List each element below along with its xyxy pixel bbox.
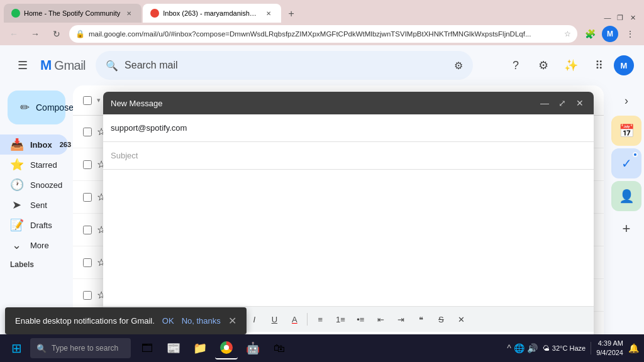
- chevron-up-icon[interactable]: ^: [507, 343, 511, 353]
- notifications-icon[interactable]: 🔔: [628, 343, 639, 353]
- forward-button[interactable]: →: [26, 25, 44, 43]
- add-panel-button[interactable]: +: [611, 214, 641, 244]
- compose-to-field[interactable]: support@spotify.com: [103, 114, 594, 142]
- starred-icon: ⭐: [10, 158, 23, 172]
- strikethrough-button[interactable]: S: [432, 310, 450, 328]
- secure-lock-icon: 🔒: [75, 30, 85, 38]
- row-checkbox[interactable]: [83, 160, 92, 169]
- italic-button[interactable]: I: [245, 310, 263, 328]
- contacts-panel-button[interactable]: 👤: [611, 181, 641, 211]
- remove-formatting-button[interactable]: ✕: [452, 310, 470, 328]
- sidebar-label-inbox: Inbox: [30, 140, 52, 150]
- row-checkbox[interactable]: [83, 193, 92, 202]
- sidebar-item-sent[interactable]: ➤ Sent: [0, 195, 68, 215]
- back-button[interactable]: ←: [5, 25, 23, 43]
- compose-maximize-button[interactable]: ⤢: [556, 97, 569, 109]
- underline-button[interactable]: U: [265, 310, 283, 328]
- compose-modal-controls: — ⤢ ✕: [538, 97, 586, 109]
- file-explorer-button[interactable]: 📁: [189, 337, 211, 359]
- sidebar-item-starred[interactable]: ⭐ Starred: [0, 155, 68, 175]
- compose-subject-field[interactable]: Subject: [103, 142, 594, 170]
- quote-button[interactable]: ❝: [412, 310, 430, 328]
- refresh-button[interactable]: ↻: [48, 25, 65, 43]
- compose-to-address[interactable]: support@spotify.com: [111, 123, 187, 133]
- calendar-panel-button[interactable]: 📅: [611, 116, 641, 146]
- browser-toolbar-icons: 🧩 M ⋮: [581, 25, 639, 43]
- taskbar-search[interactable]: 🔍 Type here to search: [30, 338, 131, 358]
- store-button[interactable]: 🛍: [268, 337, 291, 359]
- address-bar[interactable]: 🔒 mail.google.com/mail/u/0/#inbox?compos…: [69, 25, 577, 43]
- volume-icon[interactable]: 🔊: [527, 343, 538, 353]
- profile-icon[interactable]: M: [601, 25, 619, 43]
- indent-more-button[interactable]: ⇥: [392, 310, 409, 328]
- indent-less-button[interactable]: ⇤: [372, 310, 389, 328]
- drafts-icon: 📝: [10, 218, 23, 232]
- settings-button[interactable]: ⚙: [531, 53, 556, 78]
- search-input[interactable]: Search mail: [125, 60, 448, 71]
- compose-body[interactable]: [103, 170, 594, 306]
- user-avatar[interactable]: M: [602, 26, 618, 42]
- browser-tab-gmail[interactable]: Inbox (263) - maryamdanish19... ✕: [143, 4, 281, 23]
- weather-widget[interactable]: 🌤 32°C Haze: [543, 344, 586, 352]
- taskbar-search-placeholder: Type here to search: [52, 344, 118, 353]
- start-button[interactable]: ⊞: [5, 337, 28, 359]
- browser-menu-icon[interactable]: ⋮: [621, 25, 639, 43]
- network-icon[interactable]: 🌐: [514, 343, 525, 353]
- taskbar-search-icon: 🔍: [36, 344, 47, 353]
- sidebar-item-drafts[interactable]: 📝 Drafts: [0, 215, 68, 235]
- browser-tab-spotify[interactable]: Home - The Spotify Community ✕: [4, 4, 142, 23]
- sidebar-item-snoozed[interactable]: 🕐 Snoozed: [0, 175, 68, 195]
- maximize-button[interactable]: ❐: [615, 13, 625, 23]
- taskbar: ⊞ 🔍 Type here to search 🗔 📰 📁 🤖 🛍 ^ 🌐 🔊 …: [0, 334, 644, 362]
- notification-close-button[interactable]: ✕: [228, 315, 236, 327]
- minimize-button[interactable]: —: [602, 13, 613, 23]
- widgets-button[interactable]: 📰: [162, 337, 185, 359]
- notification-banner: Enable desktop notifications for Gmail. …: [5, 307, 247, 334]
- help-button[interactable]: ?: [503, 53, 528, 78]
- compose-button-label: Compose: [36, 102, 73, 112]
- new-tab-button[interactable]: +: [282, 5, 300, 23]
- right-panel: › 📅 ✓ 👤 +: [609, 85, 644, 362]
- sidebar-label-snoozed: Snoozed: [30, 180, 62, 190]
- browser-toolbar: ← → ↻ 🔒 mail.google.com/mail/u/0/#inbox?…: [0, 23, 644, 45]
- tab-close-spotify[interactable]: ✕: [124, 8, 134, 18]
- sidebar-item-inbox[interactable]: 📥 Inbox 263: [0, 134, 68, 155]
- chrome-taskbar-icon[interactable]: [215, 337, 238, 359]
- row-checkbox[interactable]: [83, 258, 92, 267]
- select-all-checkbox[interactable]: [83, 96, 92, 105]
- row-checkbox[interactable]: [83, 291, 92, 300]
- tasks-panel-button[interactable]: ✓: [611, 148, 641, 178]
- row-checkbox[interactable]: [83, 226, 92, 234]
- close-window-button[interactable]: ✕: [628, 13, 638, 23]
- select-dropdown-icon[interactable]: ▾: [97, 96, 101, 104]
- gmail-profile-avatar[interactable]: M: [614, 55, 634, 75]
- gmail-logo-text: Gmail: [54, 58, 86, 73]
- gmail-favicon: [150, 9, 159, 18]
- text-color-button[interactable]: A: [286, 310, 303, 328]
- weather-text: 32°C Haze: [552, 344, 586, 352]
- tab-title-spotify: Home - The Spotify Community: [24, 9, 120, 17]
- extensions-icon[interactable]: 🧩: [581, 25, 599, 43]
- sidebar-item-more[interactable]: ⌄ More: [0, 235, 68, 255]
- search-options-icon[interactable]: ⚙: [454, 60, 463, 72]
- compose-button[interactable]: ✏ Compose: [8, 90, 65, 124]
- row-checkbox[interactable]: [83, 128, 92, 136]
- right-panel-collapse-button[interactable]: ›: [614, 88, 639, 113]
- notification-no-thanks-button[interactable]: No, thanks: [182, 316, 221, 326]
- tab-close-gmail[interactable]: ✕: [264, 8, 274, 18]
- hamburger-menu-button[interactable]: ☰: [10, 53, 35, 78]
- taskbar-datetime[interactable]: 4:39 AM 9/4/2024: [596, 339, 623, 358]
- align-button[interactable]: ≡: [311, 310, 329, 328]
- sparkle-button[interactable]: ✨: [558, 53, 584, 78]
- unordered-list-button[interactable]: •≡: [352, 310, 369, 328]
- gmail-search-bar[interactable]: 🔍 Search mail ⚙: [96, 51, 473, 80]
- apps-button[interactable]: ⠿: [586, 53, 611, 78]
- compose-close-button[interactable]: ✕: [574, 97, 586, 109]
- sidebar-label-starred: Starred: [30, 160, 57, 170]
- notification-ok-button[interactable]: OK: [162, 316, 174, 326]
- ordered-list-button[interactable]: 1≡: [331, 310, 349, 328]
- bookmark-icon[interactable]: ☆: [564, 30, 571, 38]
- android-button[interactable]: 🤖: [242, 337, 264, 359]
- task-view-button[interactable]: 🗔: [136, 337, 158, 359]
- compose-minimize-button[interactable]: —: [538, 97, 551, 109]
